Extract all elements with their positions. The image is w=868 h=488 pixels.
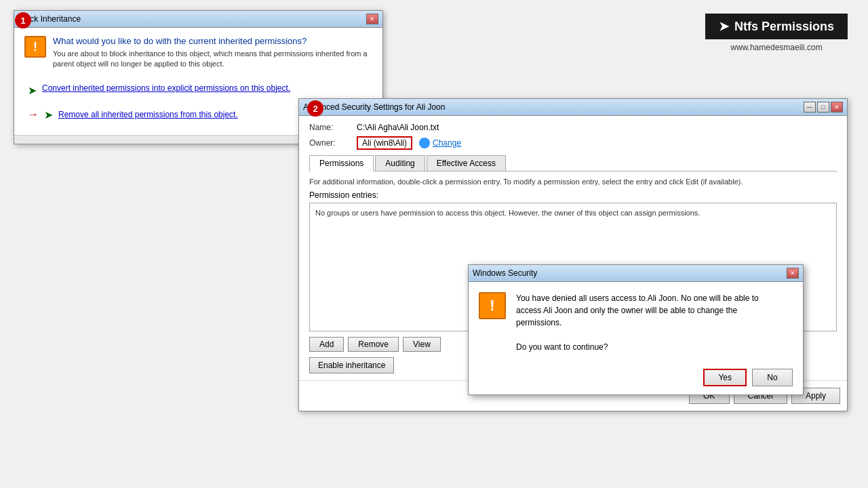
tab-effective-access[interactable]: Effective Access	[427, 155, 506, 171]
step2-badge: 2	[307, 100, 323, 117]
ws-title: Windows Security	[473, 268, 537, 278]
tab-auditing[interactable]: Auditing	[375, 155, 425, 171]
windows-security-dialog: Windows Security ✕ ! You have denied all…	[468, 264, 804, 395]
yes-button[interactable]: Yes	[703, 369, 747, 386]
adv-security-titlebar: Advanced Security Settings for Ali Joon …	[299, 99, 847, 116]
step1-badge: 1	[15, 12, 31, 28]
adv-close-btn[interactable]: ✕	[831, 102, 843, 113]
branding-banner: ➤ Ntfs Permissions	[705, 14, 848, 39]
adv-security-title: Advanced Security Settings for Ali Joon	[303, 102, 445, 112]
add-button[interactable]: Add	[309, 337, 344, 352]
name-label: Name:	[309, 123, 357, 132]
block-inheritance-titlebar: Block Inheritance ✕	[14, 11, 382, 28]
permission-info: For additional information, double-click…	[309, 177, 837, 187]
ws-text: You have denied all users access to Ali …	[516, 292, 759, 353]
tab-permissions[interactable]: Permissions	[309, 155, 374, 171]
branding-area: ➤ Ntfs Permissions www.hamedesmaeili.com	[705, 14, 848, 52]
name-value: C:\Ali Agha\Ali Joon.txt	[357, 123, 439, 132]
block-header-text: What would you like to do with the curre…	[53, 36, 372, 70]
ws-message-line1: You have denied all users access to Ali …	[516, 293, 759, 303]
owner-value: Ali (win8\Ali)	[357, 136, 412, 150]
branding-url: www.hamedesmaeili.com	[705, 43, 848, 52]
ws-message-line5: Do you want to continue?	[516, 342, 608, 352]
ws-message-line3: permissions.	[516, 318, 561, 327]
permission-entries-label: Permission entries:	[309, 190, 837, 200]
enable-inheritance-button[interactable]: Enable inheritance	[309, 357, 394, 373]
option1-text: Convert inherited permissions into expli…	[42, 83, 290, 93]
green-arrow-icon1: ➤	[28, 84, 37, 97]
block-header-question: What would you like to do with the curre…	[53, 36, 372, 46]
ws-message-line2: access Ali Joon and only the owner will …	[516, 306, 737, 315]
adv-maximize-btn[interactable]: □	[817, 102, 829, 113]
owner-label: Owner:	[309, 138, 357, 148]
name-row: Name: C:\Ali Agha\Ali Joon.txt	[309, 123, 837, 132]
adv-security-controls: — □ ✕	[804, 102, 843, 113]
no-button[interactable]: No	[752, 369, 793, 386]
red-arrow-icon: →	[28, 108, 39, 121]
change-owner-link[interactable]: Change	[419, 138, 461, 148]
option2-text: Remove all inherited permissions from th…	[58, 110, 238, 119]
owner-row: Owner: Ali (win8\Ali) Change	[309, 136, 837, 150]
ws-controls: ✕	[787, 268, 799, 279]
adv-minimize-btn[interactable]: —	[804, 102, 816, 113]
green-arrow-icon2: ➤	[44, 108, 53, 121]
ws-content: ! You have denied all users access to Al…	[469, 282, 803, 363]
change-label: Change	[433, 138, 461, 148]
ws-warning-icon: !	[479, 292, 506, 319]
block-header-description: You are about to block inheritance to th…	[53, 49, 372, 70]
view-button[interactable]: View	[403, 337, 441, 352]
warning-icon: !	[24, 36, 46, 58]
block-inheritance-close-btn[interactable]: ✕	[366, 14, 378, 24]
branding-arrow-icon: ➤	[719, 19, 729, 34]
ws-titlebar: Windows Security ✕	[469, 265, 803, 282]
entries-content: No groups or users have permission to ac…	[315, 209, 700, 217]
globe-icon	[419, 138, 430, 148]
branding-title: Ntfs Permissions	[734, 20, 834, 34]
block-inheritance-controls: ✕	[366, 14, 378, 24]
permission-tabs: Permissions Auditing Effective Access	[309, 155, 837, 171]
ws-buttons: Yes No	[469, 363, 803, 394]
ws-close-btn[interactable]: ✕	[787, 268, 799, 279]
block-header: ! What would you like to do with the cur…	[24, 36, 372, 70]
remove-button[interactable]: Remove	[348, 337, 399, 352]
